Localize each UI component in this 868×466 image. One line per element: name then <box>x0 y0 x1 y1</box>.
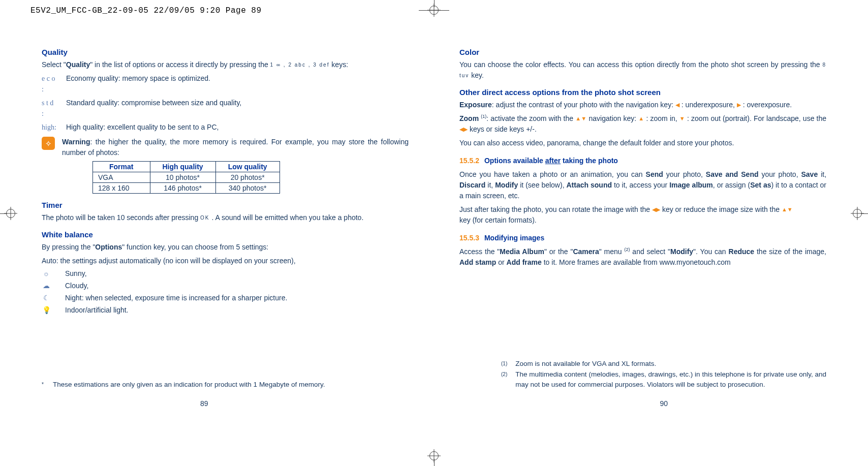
table-cell: 340 photos* <box>215 183 280 194</box>
key-glyph: 1 ∞ , 2 abc , 3 def <box>270 62 330 68</box>
table-header: Low quality <box>215 162 280 172</box>
text: : the higher the quality, the more memor… <box>62 138 409 157</box>
registration-mark-left <box>0 203 21 224</box>
text-bold: Camera <box>573 247 599 256</box>
list-item: ☾Night: when selected, exposure time is … <box>42 294 409 302</box>
text-bold: Set as <box>750 181 771 189</box>
list-item: 💡Indoor/artificial light. <box>42 306 409 314</box>
section-1553-p: Access the "Media Album" or the "Camera"… <box>459 246 826 268</box>
text-bold: Options <box>95 243 122 251</box>
page-number-right: 90 <box>660 399 668 408</box>
text: Select " <box>42 60 66 69</box>
text: key. <box>469 71 484 79</box>
section-title: Modifying images <box>484 234 544 242</box>
text: Night: when selected, exposure time is i… <box>65 294 287 302</box>
table-row: 128 x 160 146 photos* 340 photos* <box>93 183 280 194</box>
left-arrow-icon: ◀ <box>675 102 679 108</box>
text-bold: Add stamp <box>459 258 496 266</box>
list-item: e c o :Economy quality: memory space is … <box>42 73 409 95</box>
text-bold: Zoom <box>459 114 481 122</box>
ok-key-icon: OK <box>200 215 209 221</box>
table-row: VGA 10 photos* 20 photos* <box>93 172 280 183</box>
text-bold: Attach sound <box>566 181 612 189</box>
list-item: ☼Sunny, <box>42 269 409 277</box>
lightbulb-icon: ⟡ <box>42 137 55 150</box>
high-icon: high: <box>42 122 57 133</box>
footnote-mark: (1) <box>501 360 507 370</box>
text: : overexposure. <box>741 101 792 109</box>
text: and select " <box>630 247 670 256</box>
registration-mark-right <box>847 203 868 224</box>
text-bold: Add frame <box>507 258 542 266</box>
text: Standard quality: compromise between siz… <box>66 98 241 108</box>
text-bold: Modify <box>670 247 693 256</box>
wb-intro: By pressing the "Options" function key, … <box>42 242 409 253</box>
text: " menu <box>599 247 625 256</box>
text: By pressing the " <box>42 243 95 251</box>
text-underline: after <box>545 157 561 165</box>
footnote-row: (1) Zoom is not available for VGA and XL… <box>501 359 826 369</box>
section-number: 15.5.3 <box>459 234 479 242</box>
text: the size of the image, <box>754 247 826 256</box>
exposure-text: Exposure: adjust the contrast of your ph… <box>459 100 826 110</box>
eco-icon: e c o : <box>42 73 57 95</box>
text-bold: Quality <box>66 60 90 69</box>
footnote-text: Zoom is not available for VGA and XL for… <box>515 359 656 369</box>
quality-intro: Select "Quality" in the list of options … <box>42 59 409 70</box>
text: " function key, you can choose from 5 se… <box>122 243 268 251</box>
text: Economy quality: memory space is optimiz… <box>66 73 210 84</box>
up-down-arrow-icon: ▲▼ <box>782 206 793 212</box>
also-text: You can also access video, panorama, cha… <box>459 138 826 148</box>
sun-icon: ☼ <box>42 269 51 277</box>
text: : underexposure, <box>679 101 737 109</box>
page-number-left: 89 <box>200 399 208 408</box>
page-right: Color You can choose the color effects. … <box>459 41 826 318</box>
color-text: You can choose the color effects. You ca… <box>459 59 826 81</box>
text: Cloudy, <box>65 282 88 290</box>
text: to it. More frames are available from ww… <box>542 258 731 266</box>
cloud-icon: ☁ <box>42 282 51 290</box>
text-bold: Reduce <box>729 247 755 256</box>
text-bold: Discard <box>459 181 485 189</box>
quality-list: e c o :Economy quality: memory space is … <box>42 73 409 133</box>
table-cell: 128 x 160 <box>93 183 150 194</box>
text: ". You can <box>693 247 728 256</box>
footnote-text: The multimedia content (melodies, images… <box>515 369 826 390</box>
table-cell: 146 photos* <box>150 183 215 194</box>
section-1552-p2: Just after taking the photo, you can rot… <box>459 204 826 226</box>
section-1553-heading: 15.5.3Modifying images <box>459 233 826 243</box>
up-arrow-icon: ▲ <box>638 115 644 121</box>
list-item: high:High quality: excellent quality to … <box>42 122 409 133</box>
section-title: Options available after taking the photo <box>484 157 618 165</box>
registration-mark-top <box>419 0 449 21</box>
bulb-icon: 💡 <box>42 306 51 314</box>
text-bold: Media Album <box>500 247 544 256</box>
table-row: Format High quality Low quality <box>93 162 280 172</box>
zoom-text: Zoom (1): activate the zoom with the ▲▼ … <box>459 113 826 135</box>
text: Sunny, <box>65 269 87 277</box>
left-right-arrow-icon: ◀▶ <box>652 206 660 212</box>
text: key (for certain formats). <box>459 216 537 224</box>
footnote-right: (1) Zoom is not available for VGA and XL… <box>501 359 826 390</box>
text-bold: Send <box>646 170 663 178</box>
std-icon: s t d : <box>42 98 57 119</box>
text: You can choose the color effects. You ca… <box>459 60 822 69</box>
text: keys: <box>329 60 348 69</box>
page-left: Quality Select "Quality" in the list of … <box>42 41 409 318</box>
table-header: Format <box>93 162 150 172</box>
footnote-row: (2) The multimedia content (melodies, im… <box>501 369 826 390</box>
text: Just after taking the photo, you can rot… <box>459 205 652 213</box>
text-bold: Save <box>801 170 818 178</box>
timer-text: The photo will be taken 10 seconds after… <box>42 212 409 223</box>
text: . A sound will be emitted when you take … <box>210 213 364 222</box>
text-bold: Warning <box>62 138 90 146</box>
list-item: s t d :Standard quality: compromise betw… <box>42 98 409 119</box>
text-bold: Modify <box>495 181 518 189</box>
heading-white-balance: White balance <box>42 230 409 239</box>
footnote-mark: * <box>42 381 44 391</box>
table-header: High quality <box>150 162 215 172</box>
heading-timer: Timer <box>42 201 409 209</box>
footnote-ref: (1) <box>481 114 486 119</box>
footnote-ref: (2) <box>624 247 630 252</box>
section-1552-p1: Once you have taken a photo or an animat… <box>459 169 826 201</box>
